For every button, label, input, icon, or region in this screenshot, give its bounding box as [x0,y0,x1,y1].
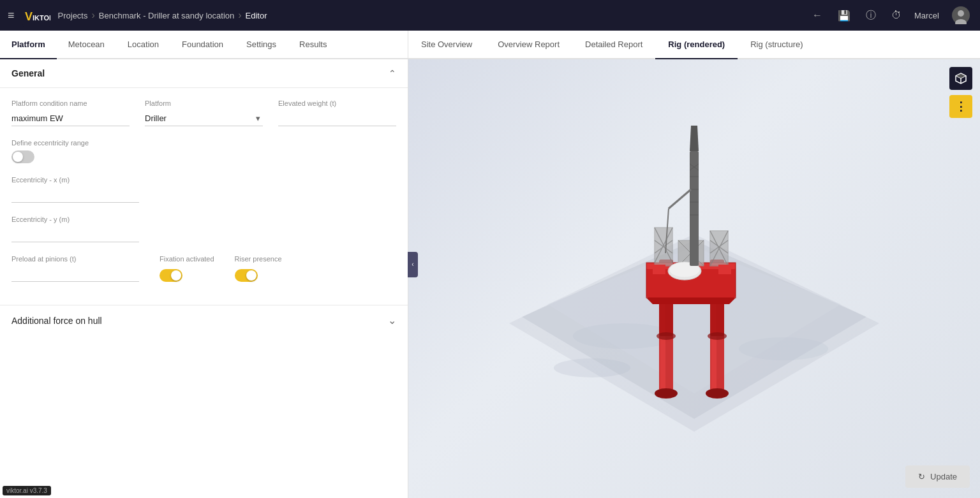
eccentricity-y-field: Eccentricity - y (m) [11,216,139,242]
version-badge: viktor.ai v3.7.3 [3,486,51,495]
tab-overview-report[interactable]: Overview Report [485,31,572,59]
riser-toggle-knob [246,270,256,281]
more-options-button[interactable]: ⋮ [949,95,972,118]
svg-marker-25 [646,298,736,304]
eccentricity-toggle-label: Define eccentricity range [11,139,396,147]
topbar-right: ← 💾 ⓘ ⏱ Marcel [810,4,972,27]
back-button[interactable]: ← [810,7,825,24]
menu-icon[interactable]: ≡ [8,9,15,22]
user-avatar[interactable] [949,4,972,27]
info-button[interactable]: ⓘ [863,6,879,25]
save-button[interactable]: 💾 [835,7,853,24]
eccentricity-x-field: Eccentricity - x (m) [11,176,139,203]
history-button[interactable]: ⏱ [889,7,904,24]
eccentricity-x-label: Eccentricity - x (m) [11,176,139,184]
general-collapse-icon [389,68,396,78]
fixation-toggle[interactable] [160,269,182,282]
eccentricity-y-label: Eccentricity - y (m) [11,216,139,223]
svg-marker-42 [690,126,699,151]
svg-rect-41 [690,151,699,266]
svg-point-4 [958,10,964,17]
elevated-weight-label: Elevated weight (t) [278,99,396,107]
svg-point-10 [554,358,630,377]
svg-text:IKTOR: IKTOR [33,14,50,22]
right-panel: Site Overview Overview Report Detailed R… [408,31,980,498]
eccentricity-y-input[interactable] [11,227,139,242]
svg-marker-54 [956,73,966,78]
riser-toggle[interactable] [235,269,258,282]
svg-text:V: V [25,10,33,23]
viewer-side-icons: ⋮ [949,67,972,118]
platform-type-label: Platform [145,99,263,107]
general-section-content: Platform condition name Platform Driller… [0,88,408,305]
general-section-title: General [11,68,45,78]
update-label: Update [930,472,957,481]
additional-force-section: Additional force on hull [0,305,408,335]
right-tab-bar: Site Overview Overview Report Detailed R… [408,31,980,59]
svg-rect-51 [718,265,731,274]
left-tab-bar: Platform Metocean Location Foundation Se… [0,31,408,59]
main-layout: Platform Metocean Location Foundation Se… [0,31,980,498]
viewer-area: ⋮ ↻ Update [408,59,980,498]
rig-rendering [496,113,892,444]
breadcrumb-editor: Editor [246,11,267,20]
breadcrumb-sep-1 [91,10,94,21]
svg-point-20 [657,332,676,340]
svg-point-11 [739,337,828,360]
svg-point-21 [708,332,727,340]
svg-point-19 [706,388,729,399]
platform-select-wrapper: Driller Other ▾ [145,111,263,126]
tab-platform[interactable]: Platform [0,31,57,59]
platform-condition-input[interactable] [11,111,130,126]
cube-view-button[interactable] [949,67,972,90]
tab-settings[interactable]: Settings [235,31,288,59]
tab-foundation[interactable]: Foundation [170,31,235,59]
form-row-eccentricity-y: Eccentricity - y (m) [11,216,396,242]
tab-detailed-report[interactable]: Detailed Report [572,31,655,59]
svg-point-18 [655,388,678,399]
tab-location[interactable]: Location [116,31,170,59]
logo: V IKTOR [22,4,50,27]
preload-pinions-input[interactable] [11,267,139,282]
bottom-toggle-row: Preload at pinions (t) Fixation activate… [11,255,396,282]
breadcrumb-benchmark[interactable]: Benchmark - Driller at sandy location [99,11,234,20]
fixation-toggle-knob [171,270,181,281]
preload-pinions-field: Preload at pinions (t) [11,255,139,282]
tab-rig-rendered[interactable]: Rig (rendered) [655,31,738,59]
elevated-weight-field: Elevated weight (t) [278,99,396,126]
platform-condition-field: Platform condition name [11,99,130,126]
general-section-header[interactable]: General [0,59,408,88]
platform-select[interactable]: Driller Other [145,111,263,126]
platform-type-field: Platform Driller Other ▾ [145,99,263,126]
riser-label: Riser presence [235,255,282,263]
update-icon: ↻ [918,472,925,481]
fixation-toggle-field: Fixation activated [160,255,214,282]
tab-rig-structure[interactable]: Rig (structure) [738,31,815,59]
fixation-label: Fixation activated [160,255,214,263]
tab-metocean[interactable]: Metocean [57,31,116,59]
update-button[interactable]: ↻ Update [905,465,970,488]
form-row-eccentricity-x: Eccentricity - x (m) [11,176,396,203]
eccentricity-toggle-row: Define eccentricity range [11,139,396,163]
form-area: General Platform condition name Platform… [0,59,408,498]
topbar: ≡ V IKTOR Projects Benchmark - Driller a… [0,0,980,31]
riser-toggle-field: Riser presence [235,255,282,282]
additional-force-header[interactable]: Additional force on hull [0,305,408,335]
eccentricity-x-input[interactable] [11,187,139,203]
elevated-weight-input[interactable] [278,111,396,126]
breadcrumb-projects[interactable]: Projects [58,11,88,20]
platform-condition-label: Platform condition name [11,99,130,107]
tab-results[interactable]: Results [288,31,338,59]
additional-force-title: Additional force on hull [11,316,102,326]
preload-pinions-label: Preload at pinions (t) [11,255,139,263]
eccentricity-toggle[interactable] [11,150,34,163]
form-row-1: Platform condition name Platform Driller… [11,99,396,126]
breadcrumb: Projects Benchmark - Driller at sandy lo… [58,10,267,21]
left-panel: Platform Metocean Location Foundation Se… [0,31,408,498]
panel-toggle-button[interactable]: ‹ [408,252,418,277]
svg-line-49 [669,189,691,209]
tab-site-overview[interactable]: Site Overview [408,31,485,59]
additional-force-collapse-icon [388,314,396,326]
user-label: Marcel [914,11,939,20]
eccentricity-toggle-knob [13,152,23,162]
